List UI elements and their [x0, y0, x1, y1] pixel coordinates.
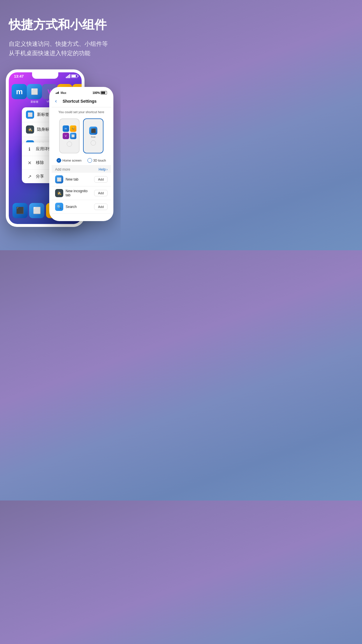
- phone-back-status: [66, 74, 78, 78]
- preview-icon-3: V: [63, 133, 69, 139]
- bottom-icon-scan[interactable]: ⬛: [13, 203, 28, 218]
- shortcut-label-search: Search: [66, 205, 92, 209]
- shortcut-list: ⬜ New tab Add 🕵 New incognito tab Add: [52, 173, 111, 219]
- remove-label: 移除: [36, 160, 44, 165]
- radio-label-3d: 3D touch: [93, 159, 106, 162]
- remove-icon: ✕: [26, 159, 33, 166]
- radio-label-home: Home screen: [62, 159, 81, 162]
- phone-front: Max 100% ‹ Shortcut Settings: [49, 87, 113, 221]
- signal-bar-3: [68, 75, 69, 78]
- page-title: 快捷方式和小组件: [9, 18, 112, 32]
- add-btn-incognito[interactable]: Add: [94, 190, 108, 196]
- signal-bar-2: [67, 76, 68, 78]
- phone-back-notch: [32, 72, 58, 79]
- app-icon-screen: ⬜: [27, 84, 42, 99]
- newtab-label: 新标签: [37, 112, 49, 117]
- shortcut-title: Shortcut Settings: [59, 99, 100, 104]
- shortcut-header: ‹ Shortcut Settings: [52, 95, 111, 107]
- shortcut-screen: ‹ Shortcut Settings You could set your s…: [52, 95, 111, 219]
- phone-front-notch: [71, 89, 92, 94]
- shortcut-icon-search: 🔍: [55, 203, 63, 211]
- radio-circle-3d: [87, 158, 92, 163]
- phones-container: 13:47: [9, 69, 112, 239]
- app-icon-item-screen[interactable]: ⬜ 新标签: [27, 84, 42, 104]
- share-label: 分享: [36, 174, 44, 179]
- shortcut-label-incognito: New incognito tab: [66, 189, 92, 197]
- shortcut-label-newtab: New tab: [66, 177, 92, 181]
- app-icon-item-maxthon[interactable]: m: [12, 84, 27, 104]
- shortcut-hint: You could set your shortcut here: [52, 107, 111, 116]
- shortcut-list-item-search: 🔍 Search Add: [52, 200, 111, 214]
- preview-home-btn-1: [67, 141, 72, 147]
- phone-back-time: 13:47: [14, 74, 24, 78]
- radio-circle-home: [57, 158, 61, 163]
- battery-fill: [72, 75, 76, 77]
- shortcut-list-item-incognito: 🕵 New incognito tab Add: [52, 186, 111, 200]
- shortcut-list-item-newtab: ⬜ New tab Add: [52, 173, 111, 186]
- shortcut-icon-newtab: ⬜: [55, 175, 63, 183]
- help-link[interactable]: Help ›: [99, 167, 108, 172]
- share-icon: ↗: [26, 173, 33, 180]
- bottom-icon-screen2[interactable]: ⬜: [29, 203, 44, 218]
- app-icon-maxthon: m: [12, 84, 27, 99]
- signal-bar-4: [69, 74, 70, 78]
- incognito-icon: 🕵: [26, 125, 34, 134]
- scan-icon-preview: ⬛: [89, 127, 97, 135]
- preview-icon-4: ⬜: [70, 133, 76, 139]
- page-container: 快捷方式和小组件 自定义快速访问、快捷方式、小组件等从手机桌面快速进入特定的功能…: [0, 0, 121, 250]
- app-icon-label-screen: 新标签: [31, 100, 38, 104]
- preview-icon-2: 🐝: [70, 125, 76, 132]
- scan-label-preview: Scan: [91, 136, 96, 138]
- appinfo-icon: ℹ: [26, 146, 33, 153]
- radio-options: Home screen 3D touch: [52, 156, 111, 165]
- fsig-3: [58, 92, 59, 94]
- battery-icon: [71, 74, 78, 78]
- status-right: 100%: [92, 91, 107, 94]
- signal-bars: [66, 74, 70, 78]
- fsig-2: [57, 92, 58, 94]
- preview-phones: m 🐝 V ⬜ ⬛ Scan: [52, 116, 111, 156]
- radio-home-screen[interactable]: Home screen: [57, 158, 81, 163]
- battery-percent: 100%: [92, 91, 100, 94]
- add-btn-search[interactable]: Add: [94, 204, 108, 210]
- preview-3d-touch[interactable]: ⬛ Scan: [83, 118, 103, 153]
- preview-home-btn-2: [91, 140, 96, 146]
- carrier-name: Max: [61, 91, 66, 94]
- front-signal: [56, 92, 59, 94]
- radio-3d-touch[interactable]: 3D touch: [87, 158, 106, 163]
- add-more-section: Add more Help ›: [52, 165, 111, 173]
- add-btn-newtab[interactable]: Add: [94, 176, 108, 183]
- preview-icon-1: m: [63, 125, 69, 132]
- shortcut-icon-incognito: 🕵: [55, 189, 63, 197]
- add-more-label: Add more: [55, 167, 70, 172]
- back-button[interactable]: ‹: [55, 98, 57, 104]
- page-subtitle: 自定义快速访问、快捷方式、小组件等从手机桌面快速进入特定的功能: [9, 39, 112, 58]
- help-chevron: ›: [106, 167, 108, 172]
- newtab-icon: ⬜: [26, 111, 34, 119]
- preview-phone-single: ⬛ Scan: [89, 127, 97, 138]
- status-left: Max: [56, 91, 66, 94]
- preview-icons-grid: m 🐝 V ⬜: [63, 125, 76, 139]
- preview-home-screen[interactable]: m 🐝 V ⬜: [59, 118, 80, 153]
- help-text: Help: [99, 167, 106, 172]
- signal-bar-1: [66, 77, 67, 78]
- fsig-1: [56, 93, 57, 94]
- front-battery-fill: [101, 92, 105, 94]
- front-battery: [101, 91, 107, 94]
